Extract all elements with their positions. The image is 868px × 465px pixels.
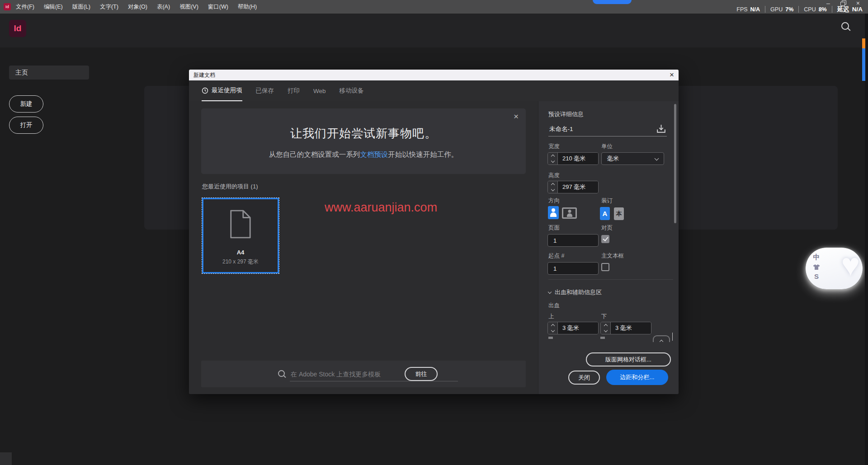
binding-label: 装订 <box>601 197 613 205</box>
dialog-titlebar: 新建文档 × <box>189 70 679 80</box>
width-spin-buttons[interactable] <box>548 153 557 164</box>
sidebar-item-home[interactable]: 主页 <box>9 66 89 80</box>
bleed-top-label: 上 <box>548 313 554 320</box>
close-dialog-button[interactable]: 关闭 <box>568 371 600 385</box>
ime-buttons: 中 S <box>813 253 820 280</box>
orientation-landscape-button[interactable] <box>562 207 577 219</box>
unit-dropdown[interactable]: 毫米 <box>601 152 664 165</box>
fps-label: FPS <box>736 6 747 13</box>
go-button[interactable]: 前往 <box>405 367 438 381</box>
unit-value: 毫米 <box>607 155 619 163</box>
menu-table[interactable]: 表(A) <box>156 3 171 11</box>
gpu-status: GPU 7% <box>770 6 793 13</box>
banner-heading: 让我们开始尝试新事物吧。 <box>201 126 526 141</box>
menu-view[interactable]: 视图(V) <box>179 3 199 11</box>
bleed-bottom-spin-buttons[interactable] <box>601 322 610 334</box>
save-preset-icon[interactable] <box>656 123 667 135</box>
cpu-value: 8% <box>819 6 827 13</box>
watermark-text: www.aaruanjian.com <box>325 201 514 215</box>
facing-pages-checkbox[interactable] <box>601 235 609 243</box>
height-spin-buttons[interactable] <box>548 181 557 193</box>
layout-grid-dialog-button[interactable]: 版面网格对话框... <box>586 352 671 366</box>
height-stepper <box>547 181 599 193</box>
primary-text-frame-checkbox[interactable] <box>601 263 609 271</box>
performance-status: FPS N/A GPU 7% CPU 8% 延迟 N/A <box>736 5 863 14</box>
pages-input[interactable] <box>547 234 599 247</box>
open-button[interactable]: 打开 <box>9 117 43 134</box>
document-page-icon <box>228 209 253 239</box>
fps-status: FPS N/A <box>736 6 760 13</box>
tab-print[interactable]: 打印 <box>288 80 300 101</box>
menu-help[interactable]: 帮助(H) <box>237 3 258 11</box>
welcome-banner: × 让我们开始尝试新事物吧。 从您自己的文档设置或一系列文档预设开始以快速开始工… <box>201 108 526 174</box>
preset-name-input[interactable] <box>548 125 656 133</box>
indesign-mini-logo-icon: Id <box>4 3 11 10</box>
tab-web[interactable]: Web <box>313 80 326 101</box>
cpu-status: CPU 8% <box>804 6 826 13</box>
bleed-bottom-input[interactable] <box>610 322 651 334</box>
width-label: 宽度 <box>548 143 560 150</box>
bleed-top-input[interactable] <box>557 322 598 334</box>
facing-pages-label: 对页 <box>601 224 613 232</box>
right-edge-strip <box>865 14 868 465</box>
tab-recent[interactable]: 最近使用项 <box>202 80 242 101</box>
menu-layout[interactable]: 版面(L) <box>71 3 91 11</box>
unit-label: 单位 <box>601 143 613 150</box>
tab-label: Web <box>313 88 326 94</box>
menu-edit[interactable]: 编辑(E) <box>43 3 64 11</box>
bleed-section-toggle[interactable]: 出血和辅助信息区 <box>548 288 602 296</box>
indesign-app-window: Id 文件(F) 编辑(E) 版面(L) 文字(T) 对象(O) 表(A) 视图… <box>0 0 868 465</box>
binding-right-to-left-button[interactable]: 本 <box>614 207 624 220</box>
start-number-input[interactable] <box>547 262 599 275</box>
recent-item-size: 210 x 297 毫米 <box>203 258 278 266</box>
ime-skin-icon[interactable] <box>813 264 820 270</box>
binding-left-to-right-button[interactable]: A <box>600 207 610 220</box>
chevron-down-icon <box>548 290 552 293</box>
tab-label: 打印 <box>288 87 300 95</box>
search-icon[interactable] <box>841 22 852 33</box>
width-input[interactable] <box>557 153 598 164</box>
banner-desc-before: 从您自己的文档设置或一系列 <box>269 150 360 158</box>
banner-close-icon[interactable]: × <box>514 112 519 122</box>
panel-scrollbar[interactable] <box>674 104 676 223</box>
status-divider <box>832 6 832 13</box>
bottom-left-block <box>0 452 12 465</box>
pages-label: 页面 <box>548 224 560 232</box>
document-presets-link[interactable]: 文档预设 <box>360 150 388 158</box>
section-divider <box>548 279 673 280</box>
menu-type[interactable]: 文字(T) <box>99 3 119 11</box>
bleed-top-spin-buttons[interactable] <box>548 322 557 334</box>
tab-saved[interactable]: 已保存 <box>256 80 274 101</box>
edge-indicator-blue[interactable] <box>862 48 865 81</box>
menu-file[interactable]: 文件(F) <box>15 3 35 11</box>
status-divider <box>798 6 799 13</box>
height-input[interactable] <box>557 181 598 193</box>
tab-mobile[interactable]: 移动设备 <box>340 80 364 101</box>
link-bleed-values-button[interactable] <box>653 335 670 342</box>
dialog-body: × 让我们开始尝试新事物吧。 从您自己的文档设置或一系列文档预设开始以快速开始工… <box>189 101 679 394</box>
menu-window[interactable]: 窗口(W) <box>207 3 229 11</box>
preset-details-title: 预设详细信息 <box>548 110 584 118</box>
ime-floating-toolbar[interactable]: 中 S ♥ <box>806 248 863 289</box>
search-icon <box>278 370 286 378</box>
clock-icon <box>202 87 208 94</box>
dialog-close-icon[interactable]: × <box>670 70 674 80</box>
latency-status: 延迟 N/A <box>837 5 863 14</box>
menu-object[interactable]: 对象(O) <box>127 3 148 11</box>
margins-and-columns-button[interactable]: 边距和分栏... <box>606 370 668 385</box>
gpu-value: 7% <box>785 6 793 13</box>
menu-items: 文件(F) 编辑(E) 版面(L) 文字(T) 对象(O) 表(A) 视图(V)… <box>15 0 258 14</box>
scroll-down-icon[interactable] <box>672 333 673 341</box>
orientation-portrait-button[interactable] <box>548 206 559 219</box>
ime-s-icon[interactable]: S <box>814 272 819 280</box>
latency-label: 延迟 <box>837 5 849 14</box>
ime-chinese-mode-icon[interactable]: 中 <box>813 253 820 262</box>
portrait-person-icon <box>550 208 557 217</box>
clipped-label-fragment <box>600 337 605 339</box>
new-document-button[interactable]: 新建 <box>9 95 43 113</box>
dialog-tabs: 最近使用项 已保存 打印 Web 移动设备 <box>189 80 679 101</box>
recent-item-a4-card[interactable]: A4 210 x 297 毫米 <box>202 198 279 273</box>
orientation-label: 方向 <box>548 197 560 205</box>
tab-label: 最近使用项 <box>212 86 242 94</box>
dialog-title: 新建文档 <box>193 70 215 80</box>
